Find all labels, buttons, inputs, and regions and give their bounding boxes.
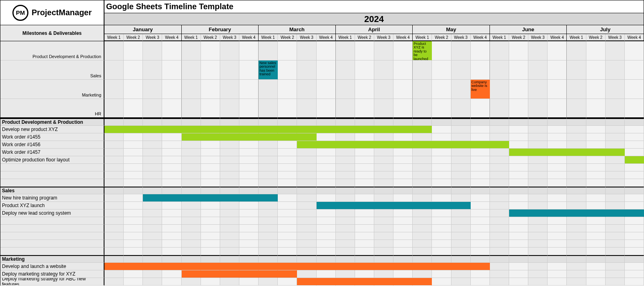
timeline-cell bbox=[278, 217, 297, 225]
gantt-bar-segment bbox=[471, 141, 490, 149]
brand-name: ProjectManager bbox=[32, 8, 92, 17]
timeline-cell bbox=[143, 118, 162, 126]
timeline-cell bbox=[625, 118, 644, 126]
milestone-category-label: Marketing bbox=[0, 80, 104, 99]
timeline-cell bbox=[625, 149, 644, 156]
timeline-cell bbox=[355, 99, 374, 118]
timeline-cell bbox=[548, 141, 567, 149]
timeline-cell bbox=[490, 270, 509, 278]
timeline-cell bbox=[528, 255, 548, 263]
timeline-cell bbox=[586, 126, 606, 133]
timeline-cell bbox=[606, 171, 625, 179]
timeline-cell bbox=[182, 141, 201, 149]
timeline-cell bbox=[567, 232, 586, 240]
task-label: Deploy new lead scoring system bbox=[0, 209, 104, 217]
timeline-cell bbox=[528, 225, 548, 232]
timeline-cell bbox=[451, 133, 471, 141]
timeline-cell bbox=[239, 248, 259, 255]
timeline-cell bbox=[259, 41, 278, 60]
timeline-cell bbox=[432, 60, 451, 80]
timeline-cell bbox=[471, 171, 490, 179]
timeline-cell bbox=[143, 41, 162, 60]
timeline-cell bbox=[567, 179, 586, 187]
gantt-bar-segment bbox=[182, 263, 201, 270]
timeline-cell bbox=[259, 255, 278, 263]
week-header: Week 3 bbox=[528, 34, 548, 41]
gantt-bar-segment bbox=[201, 270, 220, 278]
timeline-cell bbox=[567, 270, 586, 278]
gantt-bar-segment bbox=[104, 263, 124, 270]
timeline-cell bbox=[374, 255, 393, 263]
timeline-cell bbox=[317, 41, 336, 60]
task-label: Work order #1455 bbox=[0, 133, 104, 141]
week-header: Week 2 bbox=[509, 34, 528, 41]
timeline-cell bbox=[297, 255, 316, 263]
timeline-cell bbox=[278, 248, 297, 255]
timeline-cell bbox=[143, 209, 162, 217]
timeline-cell bbox=[413, 240, 432, 248]
week-header: Week 3 bbox=[220, 34, 239, 41]
timeline-cell bbox=[124, 248, 143, 255]
gantt-bar-segment bbox=[413, 126, 432, 133]
timeline-cell bbox=[355, 171, 374, 179]
timeline-cell bbox=[393, 255, 413, 263]
week-header: Week 2 bbox=[124, 34, 143, 41]
timeline-cell bbox=[528, 217, 548, 225]
timeline-cell bbox=[528, 118, 548, 126]
timeline-cell bbox=[471, 126, 490, 133]
timeline-cell bbox=[124, 118, 143, 126]
timeline-cell bbox=[162, 209, 181, 217]
timeline-cell bbox=[201, 225, 220, 232]
timeline-cell bbox=[297, 99, 316, 118]
timeline-cell bbox=[586, 225, 606, 232]
timeline-cell bbox=[336, 248, 355, 255]
gantt-bar-segment bbox=[162, 263, 181, 270]
gantt-bar-segment bbox=[182, 126, 201, 133]
timeline-cell bbox=[548, 232, 567, 240]
timeline-cell bbox=[586, 240, 606, 248]
timeline-cell bbox=[509, 217, 528, 225]
timeline-cell bbox=[355, 156, 374, 164]
timeline-cell bbox=[490, 263, 509, 270]
timeline-cell bbox=[259, 99, 278, 118]
timeline-cell bbox=[143, 278, 162, 286]
timeline-cell bbox=[182, 80, 201, 99]
timeline-cell bbox=[220, 209, 239, 217]
timeline-cell bbox=[317, 156, 336, 164]
timeline-cell bbox=[432, 209, 451, 217]
timeline-cell bbox=[509, 126, 528, 133]
timeline-cell bbox=[143, 80, 162, 99]
timeline-cell bbox=[606, 278, 625, 286]
task-label: Work order #1456 bbox=[0, 141, 104, 149]
timeline-cell bbox=[432, 194, 451, 202]
timeline-cell bbox=[451, 126, 471, 133]
timeline-cell bbox=[182, 149, 201, 156]
timeline-cell bbox=[625, 99, 644, 118]
timeline-cell bbox=[297, 240, 316, 248]
timeline-cell bbox=[625, 202, 644, 209]
gantt-bar-segment bbox=[104, 126, 124, 133]
timeline-cell bbox=[259, 171, 278, 179]
gantt-bar-segment bbox=[201, 263, 220, 270]
timeline-cell bbox=[201, 179, 220, 187]
gantt-bar-segment bbox=[201, 126, 220, 133]
gantt-bar-segment bbox=[259, 133, 278, 141]
timeline-cell bbox=[124, 194, 143, 202]
timeline-cell bbox=[509, 194, 528, 202]
timeline-cell bbox=[355, 240, 374, 248]
timeline-cell bbox=[124, 171, 143, 179]
timeline-cell bbox=[201, 164, 220, 171]
gantt-bar-segment bbox=[239, 133, 259, 141]
timeline-cell bbox=[355, 232, 374, 240]
timeline-cell bbox=[297, 194, 316, 202]
timeline-cell bbox=[528, 263, 548, 270]
year-label: 2024 bbox=[104, 13, 644, 25]
timeline-cell bbox=[182, 225, 201, 232]
timeline-cell bbox=[432, 80, 451, 99]
timeline-cell bbox=[393, 156, 413, 164]
timeline-cell bbox=[104, 232, 124, 240]
timeline-cell bbox=[548, 255, 567, 263]
timeline-cell bbox=[220, 240, 239, 248]
timeline-cell bbox=[393, 60, 413, 80]
timeline-cell bbox=[528, 164, 548, 171]
